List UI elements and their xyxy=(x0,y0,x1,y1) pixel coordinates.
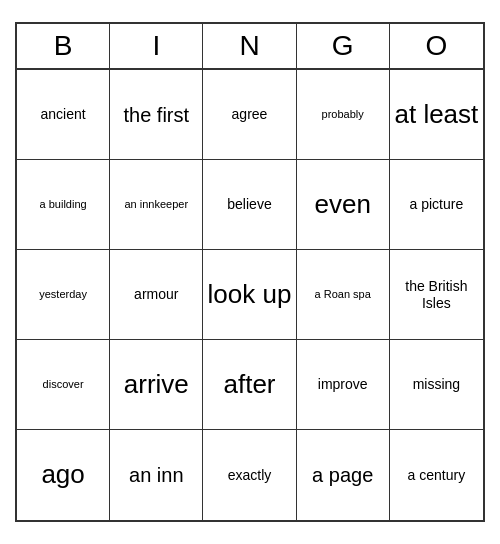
cell-text: the British Isles xyxy=(394,278,479,312)
cell-text: armour xyxy=(134,286,178,303)
bingo-cell-2-2: look up xyxy=(203,250,296,340)
header-cell-i: I xyxy=(110,24,203,68)
header-cell-n: N xyxy=(203,24,296,68)
header-cell-b: B xyxy=(17,24,110,68)
bingo-cell-2-4: the British Isles xyxy=(390,250,483,340)
cell-text: believe xyxy=(227,196,271,213)
bingo-header: BINGO xyxy=(17,24,483,70)
cell-text: arrive xyxy=(124,369,189,400)
cell-text: the first xyxy=(124,103,190,127)
cell-text: a century xyxy=(408,467,466,484)
bingo-cell-2-0: yesterday xyxy=(17,250,110,340)
cell-text: ancient xyxy=(41,106,86,123)
bingo-cell-0-2: agree xyxy=(203,70,296,160)
bingo-cell-4-2: exactly xyxy=(203,430,296,520)
bingo-cell-0-0: ancient xyxy=(17,70,110,160)
bingo-cell-3-4: missing xyxy=(390,340,483,430)
bingo-card: BINGO ancientthe firstagreeprobablyat le… xyxy=(15,22,485,522)
cell-text: a Roan spa xyxy=(315,288,371,301)
bingo-cell-3-3: improve xyxy=(297,340,390,430)
cell-text: a building xyxy=(40,198,87,211)
cell-text: at least xyxy=(394,99,478,130)
cell-text: exactly xyxy=(228,467,272,484)
bingo-grid: ancientthe firstagreeprobablyat leasta b… xyxy=(17,70,483,520)
bingo-cell-0-1: the first xyxy=(110,70,203,160)
cell-text: a page xyxy=(312,463,373,487)
bingo-cell-3-1: arrive xyxy=(110,340,203,430)
cell-text: ago xyxy=(41,459,84,490)
cell-text: after xyxy=(223,369,275,400)
cell-text: discover xyxy=(43,378,84,391)
cell-text: an innkeeper xyxy=(124,198,188,211)
bingo-cell-3-0: discover xyxy=(17,340,110,430)
bingo-cell-1-3: even xyxy=(297,160,390,250)
bingo-cell-1-0: a building xyxy=(17,160,110,250)
cell-text: yesterday xyxy=(39,288,87,301)
cell-text: even xyxy=(315,189,371,220)
header-cell-o: O xyxy=(390,24,483,68)
bingo-cell-3-2: after xyxy=(203,340,296,430)
bingo-cell-4-4: a century xyxy=(390,430,483,520)
bingo-cell-4-0: ago xyxy=(17,430,110,520)
cell-text: agree xyxy=(232,106,268,123)
bingo-cell-2-1: armour xyxy=(110,250,203,340)
cell-text: an inn xyxy=(129,463,184,487)
header-cell-g: G xyxy=(297,24,390,68)
bingo-cell-4-3: a page xyxy=(297,430,390,520)
cell-text: missing xyxy=(413,376,460,393)
cell-text: a picture xyxy=(410,196,464,213)
cell-text: look up xyxy=(208,279,292,310)
bingo-cell-1-2: believe xyxy=(203,160,296,250)
bingo-cell-2-3: a Roan spa xyxy=(297,250,390,340)
bingo-cell-1-4: a picture xyxy=(390,160,483,250)
cell-text: improve xyxy=(318,376,368,393)
bingo-cell-1-1: an innkeeper xyxy=(110,160,203,250)
bingo-cell-0-3: probably xyxy=(297,70,390,160)
bingo-cell-4-1: an inn xyxy=(110,430,203,520)
cell-text: probably xyxy=(322,108,364,121)
bingo-cell-0-4: at least xyxy=(390,70,483,160)
